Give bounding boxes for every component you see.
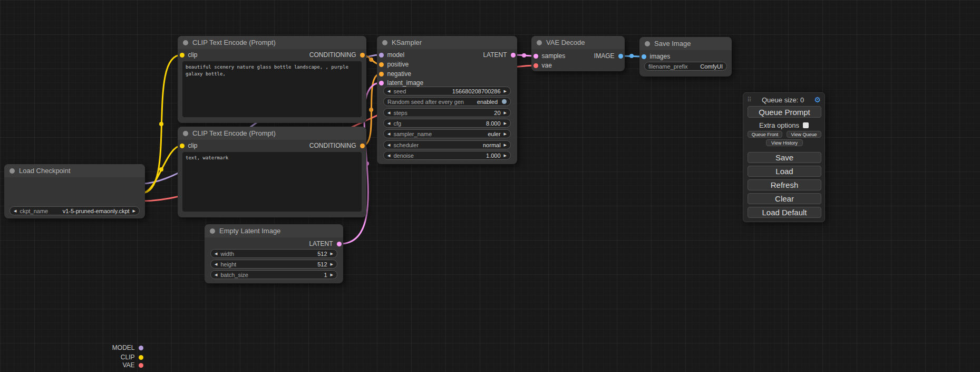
queue-front-button[interactable]: Queue Front — [748, 131, 782, 138]
node-title-bar[interactable]: Load Checkpoint — [4, 164, 145, 177]
view-queue-button[interactable]: View Queue — [787, 131, 821, 138]
positive-prompt-textarea[interactable]: beautiful scenery nature glass bottle la… — [182, 61, 362, 117]
node-title-bar[interactable]: VAE Decode — [531, 36, 625, 49]
load-default-button[interactable]: Load Default — [748, 207, 821, 218]
port-images-input: images — [642, 53, 671, 60]
load-button[interactable]: Load — [748, 166, 821, 177]
images-input-dot[interactable] — [642, 54, 646, 59]
node-title: KSampler — [392, 39, 422, 46]
node-title-bar[interactable]: Save Image — [639, 37, 732, 50]
view-history-button[interactable]: View History — [766, 139, 803, 146]
next-arrow-icon[interactable]: ▶ — [133, 209, 135, 213]
prev-arrow-icon[interactable]: ◀ — [215, 252, 217, 255]
next-arrow-icon[interactable]: ▶ — [331, 273, 333, 276]
extra-options-checkbox[interactable] — [803, 122, 809, 128]
port-vae-output: VAE — [122, 361, 143, 369]
seed-widget[interactable]: ◀ seed 156680208700286 ▶ — [383, 87, 511, 96]
comfy-menu-panel[interactable]: ⠿ Queue size: 0 ⚙ Queue Prompt Extra opt… — [743, 92, 825, 222]
node-title: VAE Decode — [546, 39, 585, 46]
port-model-input: model — [379, 51, 405, 59]
clip-input-dot[interactable] — [180, 53, 185, 58]
port-samples-input: samples — [533, 52, 566, 60]
latent-output-dot[interactable] — [511, 53, 516, 58]
port-image-output: IMAGE — [594, 52, 623, 60]
ckpt-name-widget[interactable]: ◀ ckpt_name v1-5-pruned-emaonly.ckpt ▶ — [9, 206, 140, 215]
cfg-widget[interactable]: ◀ cfg 8.000 ▶ — [383, 119, 511, 128]
latent-output-dot[interactable] — [337, 242, 342, 246]
prev-arrow-icon[interactable]: ◀ — [387, 154, 390, 157]
conditioning-output-dot[interactable] — [360, 144, 365, 148]
next-arrow-icon[interactable]: ▶ — [504, 154, 507, 157]
next-arrow-icon[interactable]: ▶ — [504, 111, 507, 115]
prev-arrow-icon[interactable]: ◀ — [387, 143, 390, 147]
batch-size-widget[interactable]: ◀ batch_size 1 ▶ — [210, 270, 337, 279]
negative-prompt-textarea[interactable]: text, watermark — [182, 152, 362, 212]
settings-gear-icon[interactable]: ⚙ — [814, 96, 821, 103]
next-arrow-icon[interactable]: ▶ — [504, 143, 507, 147]
collapse-dot-icon[interactable] — [183, 131, 188, 136]
negative-input-dot[interactable] — [379, 72, 384, 77]
scheduler-widget[interactable]: ◀ scheduler normal ▶ — [383, 140, 511, 149]
port-conditioning-output: CONDITIONING — [309, 142, 365, 149]
filename-prefix-widget[interactable]: filename_prefix ComfyUI — [644, 62, 727, 71]
samples-input-dot[interactable] — [533, 54, 538, 59]
clear-button[interactable]: Clear — [748, 193, 821, 204]
width-widget[interactable]: ◀ width 512 ▶ — [210, 249, 337, 258]
node-title-bar[interactable]: CLIP Text Encode (Prompt) — [178, 127, 366, 140]
next-arrow-icon[interactable]: ▶ — [504, 121, 507, 125]
vae-input-dot[interactable] — [533, 63, 538, 68]
node-title-bar[interactable]: KSampler — [377, 36, 517, 49]
model-input-dot[interactable] — [379, 53, 384, 58]
conditioning-output-dot[interactable] — [360, 53, 365, 58]
collapse-dot-icon[interactable] — [183, 40, 188, 45]
clip-input-dot[interactable] — [180, 144, 185, 148]
collapse-dot-icon[interactable] — [9, 168, 15, 174]
collapse-dot-icon[interactable] — [210, 228, 215, 234]
positive-input-dot[interactable] — [379, 62, 384, 67]
node-empty-latent-image[interactable]: Empty Latent Image LATENT ◀ width 512 ▶ … — [205, 224, 343, 283]
prev-arrow-icon[interactable]: ◀ — [215, 262, 217, 266]
save-button[interactable]: Save — [748, 152, 821, 163]
node-title-bar[interactable]: Empty Latent Image — [205, 224, 343, 237]
collapse-dot-icon[interactable] — [645, 41, 650, 46]
port-negative-input: negative — [379, 70, 411, 78]
next-arrow-icon[interactable]: ▶ — [504, 132, 507, 136]
node-clip-text-encode-positive[interactable]: CLIP Text Encode (Prompt) clip CONDITION… — [178, 36, 366, 123]
latent-image-input-dot[interactable] — [379, 81, 384, 85]
clip-output-dot[interactable] — [139, 355, 143, 360]
queue-size-label: Queue size: 0 — [752, 96, 814, 104]
refresh-button[interactable]: Refresh — [748, 179, 821, 190]
port-clip-input: clip — [180, 142, 198, 149]
sampler-name-widget[interactable]: ◀ sampler_name euler ▶ — [383, 129, 511, 138]
node-vae-decode[interactable]: VAE Decode samples IMAGE vae — [531, 36, 625, 71]
steps-widget[interactable]: ◀ steps 20 ▶ — [383, 108, 511, 117]
model-output-dot[interactable] — [139, 346, 143, 350]
node-save-image[interactable]: Save Image images filename_prefix ComfyU… — [639, 37, 732, 77]
prev-arrow-icon[interactable]: ◀ — [215, 273, 217, 276]
collapse-dot-icon[interactable] — [537, 40, 542, 45]
drag-handle-icon[interactable]: ⠿ — [747, 96, 752, 103]
node-load-checkpoint[interactable]: Load Checkpoint MODEL CLIP VAE ◀ ckpt_na… — [4, 164, 145, 218]
next-arrow-icon[interactable]: ▶ — [504, 89, 507, 93]
port-positive-input: positive — [379, 61, 409, 68]
node-title: Empty Latent Image — [219, 227, 280, 235]
image-output-dot[interactable] — [618, 54, 623, 59]
next-arrow-icon[interactable]: ▶ — [331, 252, 333, 255]
height-widget[interactable]: ◀ height 512 ▶ — [210, 260, 337, 269]
next-arrow-icon[interactable]: ▶ — [331, 262, 333, 266]
node-title-bar[interactable]: CLIP Text Encode (Prompt) — [178, 36, 366, 49]
prev-arrow-icon[interactable]: ◀ — [387, 121, 390, 125]
queue-prompt-button[interactable]: Queue Prompt — [748, 106, 821, 118]
node-ksampler[interactable]: KSampler model positive negative latent_… — [377, 36, 517, 164]
denoise-widget[interactable]: ◀ denoise 1.000 ▶ — [383, 151, 511, 160]
prev-arrow-icon[interactable]: ◀ — [387, 132, 390, 136]
toggle-dot-icon[interactable] — [502, 99, 507, 104]
port-vae-input: vae — [533, 62, 552, 69]
collapse-dot-icon[interactable] — [382, 40, 387, 45]
prev-arrow-icon[interactable]: ◀ — [14, 209, 16, 213]
node-clip-text-encode-negative[interactable]: CLIP Text Encode (Prompt) clip CONDITION… — [178, 127, 366, 217]
prev-arrow-icon[interactable]: ◀ — [387, 89, 390, 93]
random-seed-toggle-widget[interactable]: Random seed after every gen enabled — [383, 97, 511, 106]
vae-output-dot[interactable] — [139, 363, 143, 368]
prev-arrow-icon[interactable]: ◀ — [387, 111, 390, 115]
